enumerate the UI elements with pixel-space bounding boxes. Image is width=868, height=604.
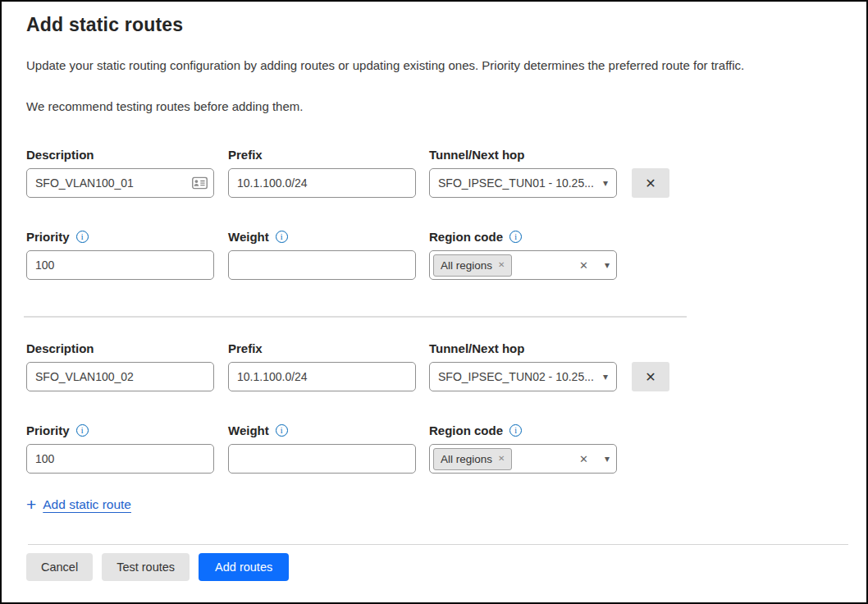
region-chip-label: All regions (441, 259, 492, 272)
region-code-label: Region code i (429, 423, 617, 438)
tunnel-next-hop-select[interactable]: SFO_IPSEC_TUN02 - 10.25... ▾ (429, 362, 617, 391)
add-static-route-label: Add static route (43, 497, 131, 512)
route-2-row-1: Description Prefix Tunnel/Next hop SFO_I… (26, 341, 842, 391)
contact-card-icon[interactable] (192, 177, 208, 190)
weight-field: Weight i (228, 423, 416, 474)
route-section-1: Description (26, 147, 842, 280)
tunnel-selected-value: SFO_IPSEC_TUN02 - 10.25... (438, 370, 596, 383)
remove-route-button[interactable]: ✕ (632, 168, 669, 198)
weight-input[interactable] (228, 444, 416, 474)
info-icon[interactable]: i (276, 231, 288, 243)
priority-label-text: Priority (26, 423, 70, 438)
info-icon[interactable]: i (76, 231, 89, 243)
cancel-button[interactable]: Cancel (26, 553, 93, 581)
tunnel-selected-value: SFO_IPSEC_TUN01 - 10.25... (438, 176, 596, 190)
footer-divider (28, 544, 848, 545)
region-code-select[interactable]: All regions ✕ ✕ ▾ (429, 444, 617, 474)
prefix-label: Prefix (228, 341, 416, 356)
region-chip-label: All regions (441, 453, 492, 465)
chevron-down-icon[interactable]: ▾ (603, 372, 608, 382)
description-field: Description (26, 147, 214, 198)
priority-input[interactable] (26, 250, 214, 280)
weight-field: Weight i (228, 229, 416, 280)
info-icon[interactable]: i (76, 424, 89, 437)
chevron-down-icon[interactable]: ▾ (605, 260, 610, 270)
add-static-route-link[interactable]: + Add static route (26, 496, 131, 513)
test-routes-button[interactable]: Test routes (102, 553, 190, 581)
priority-field: Priority i (26, 423, 214, 474)
priority-label-text: Priority (26, 229, 70, 245)
description-label: Description (26, 341, 214, 356)
prefix-input[interactable] (228, 168, 416, 198)
route-2-row-2: Priority i Weight i (26, 423, 842, 474)
clear-selection-icon[interactable]: ✕ (579, 260, 588, 271)
chevron-down-icon[interactable]: ▾ (605, 454, 610, 464)
add-static-routes-dialog: Add static routes Update your static rou… (0, 0, 868, 604)
weight-label-text: Weight (228, 423, 269, 438)
description-input[interactable] (26, 168, 214, 198)
dialog-footer: Cancel Test routes Add routes (2, 544, 866, 602)
intro-text: Update your static routing configuration… (26, 57, 842, 74)
region-code-field: Region code i All regions ✕ ✕ ▾ (429, 423, 617, 474)
priority-label: Priority i (26, 229, 214, 245)
chevron-down-icon[interactable]: ▾ (603, 178, 608, 188)
region-code-label-text: Region code (429, 229, 503, 245)
region-code-select[interactable]: All regions ✕ ✕ ▾ (429, 250, 617, 280)
remove-route-button[interactable]: ✕ (632, 362, 669, 391)
prefix-field: Prefix (228, 147, 416, 198)
dialog-content: Add static routes Update your static rou… (2, 2, 866, 514)
info-icon[interactable]: i (509, 424, 522, 437)
description-field: Description (26, 341, 214, 391)
region-code-label-text: Region code (429, 423, 503, 438)
prefix-label: Prefix (228, 147, 416, 162)
region-code-label: Region code i (429, 229, 617, 245)
weight-input[interactable] (228, 250, 416, 280)
section-divider (24, 316, 687, 318)
plus-icon: + (26, 496, 36, 513)
region-chip[interactable]: All regions ✕ (433, 254, 512, 277)
weight-label: Weight i (228, 229, 416, 245)
description-label: Description (26, 147, 214, 162)
add-routes-button[interactable]: Add routes (199, 553, 289, 581)
info-icon[interactable]: i (509, 231, 522, 243)
tunnel-field: Tunnel/Next hop SFO_IPSEC_TUN02 - 10.25.… (429, 341, 617, 391)
route-section-2: Description Prefix Tunnel/Next hop SFO_I… (26, 341, 842, 474)
info-icon[interactable]: i (276, 424, 288, 437)
route-1-row-1: Description (26, 147, 842, 198)
priority-input[interactable] (26, 444, 214, 474)
weight-label: Weight i (228, 423, 416, 438)
prefix-field: Prefix (228, 341, 416, 391)
chip-remove-icon[interactable]: ✕ (498, 261, 505, 269)
tunnel-field: Tunnel/Next hop SFO_IPSEC_TUN01 - 10.25.… (429, 147, 617, 198)
weight-label-text: Weight (228, 229, 269, 245)
tunnel-next-hop-select[interactable]: SFO_IPSEC_TUN01 - 10.25... ▾ (429, 168, 617, 198)
clear-selection-icon[interactable]: ✕ (579, 454, 588, 464)
recommendation-text: We recommend testing routes before addin… (26, 98, 842, 115)
tunnel-next-hop-label: Tunnel/Next hop (429, 147, 617, 162)
region-code-field: Region code i All regions ✕ ✕ ▾ (429, 229, 617, 280)
region-chip[interactable]: All regions ✕ (433, 448, 512, 470)
chip-remove-icon[interactable]: ✕ (498, 455, 505, 463)
description-input[interactable] (26, 362, 214, 391)
prefix-input[interactable] (228, 362, 416, 391)
priority-field: Priority i (26, 229, 214, 280)
tunnel-next-hop-label: Tunnel/Next hop (429, 341, 617, 356)
page-title: Add static routes (26, 13, 842, 36)
route-1-row-2: Priority i Weight i (26, 229, 842, 280)
priority-label: Priority i (26, 423, 214, 438)
